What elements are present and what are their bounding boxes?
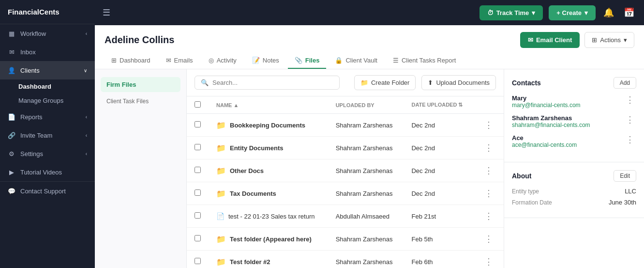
firm-files-item[interactable]: Firm Files [101, 77, 180, 92]
add-contact-button[interactable]: Add [614, 77, 636, 89]
file-name: 📁 Test folder #2 [216, 257, 320, 267]
row-checkbox-cell[interactable] [187, 159, 209, 182]
sidebar-sub-item-manage-groups[interactable]: Manage Groups [18, 94, 95, 108]
row-checkbox-cell[interactable] [187, 137, 209, 159]
sidebar-item-reports[interactable]: 📄 Reports ‹ [0, 108, 95, 126]
sidebar-item-clients[interactable]: 👤 Clients ∨ [0, 61, 95, 79]
row-uploaded-by-cell: Shahram Zarshenas [328, 114, 404, 137]
name-header[interactable]: NAME ▲ [209, 96, 328, 114]
table-row: 📄 test - 22 01-23 Sales tax return Abdul… [187, 205, 504, 228]
folder-icon: 📁 [216, 235, 226, 244]
contact-email[interactable]: ace@financial-cents.com [512, 142, 577, 148]
tab-activity-label: Activity [217, 57, 237, 64]
tab-client-tasks-report[interactable]: ☰ Client Tasks Report [386, 53, 463, 69]
tab-client-vault[interactable]: 🔒 Client Vault [328, 53, 384, 69]
email-client-label: Email Client [536, 36, 572, 44]
row-checkbox[interactable] [195, 144, 201, 150]
row-date-cell: Dec 2nd [404, 137, 474, 159]
sidebar-sub-item-dashboard[interactable]: Dashboard [18, 79, 95, 94]
sidebar-item-invite-team[interactable]: 🔗 Invite Team ‹ [0, 126, 95, 144]
actions-button[interactable]: ⊞ Actions ▾ [584, 32, 634, 48]
tab-activity[interactable]: ◎ Activity [202, 53, 243, 69]
upload-documents-button[interactable]: ⬆ Upload Documents [421, 75, 496, 90]
tab-files[interactable]: 📎 Files [288, 53, 327, 69]
activity-tab-icon: ◎ [209, 57, 214, 64]
folder-icon: 📁 [360, 79, 368, 86]
file-name: 📁 Entity Documents [216, 143, 320, 153]
tab-notes[interactable]: 📝 Notes [245, 53, 286, 69]
chevron-icon: ‹ [86, 133, 87, 138]
row-menu-button[interactable]: ⋮ [481, 255, 496, 268]
edit-about-button[interactable]: Edit [614, 170, 636, 182]
contact-menu-button[interactable]: ⋮ [624, 95, 636, 105]
row-checkbox[interactable] [195, 212, 201, 219]
row-checkbox-cell[interactable] [187, 205, 209, 228]
about-value: LLC [625, 188, 636, 195]
row-checkbox-cell[interactable] [187, 228, 209, 251]
row-menu-button[interactable]: ⋮ [481, 210, 496, 222]
row-checkbox[interactable] [195, 121, 201, 127]
clock-icon: ⏱ [487, 9, 494, 16]
row-menu-button[interactable]: ⋮ [481, 233, 496, 245]
upload-icon: ⬆ [428, 79, 433, 86]
sidebar-item-inbox[interactable]: ✉ Inbox [0, 43, 95, 61]
row-checkbox[interactable] [195, 189, 201, 196]
row-menu-button[interactable]: ⋮ [481, 187, 496, 200]
tab-emails[interactable]: ✉ Emails [159, 53, 200, 69]
contact-email[interactable]: shahram@financial-cents.com [512, 122, 590, 128]
calendar-icon[interactable]: 📅 [624, 7, 634, 18]
row-name-cell: 📁 Other Docs [209, 159, 328, 182]
chevron-icon: ‹ [86, 114, 87, 120]
contact-name: Shahram Zarshenas [512, 114, 590, 122]
sidebar-item-workflow[interactable]: ▦ Workflow ‹ [0, 24, 95, 43]
row-menu-button[interactable]: ⋮ [481, 164, 496, 177]
contact-email[interactable]: mary@financial-cents.com [512, 102, 581, 109]
sidebar-item-label: Tutorial Videos [20, 169, 62, 176]
select-all-header[interactable] [187, 96, 209, 114]
sidebar-item-settings[interactable]: ⚙ Settings ‹ [0, 144, 95, 163]
row-date-cell: Dec 2nd [404, 182, 474, 205]
client-task-files-item[interactable]: Client Task Files [101, 94, 180, 109]
row-checkbox-cell[interactable] [187, 251, 209, 268]
file-name: 📁 Tax Documents [216, 189, 320, 198]
row-checkbox[interactable] [195, 258, 201, 264]
create-chevron: ▾ [584, 9, 588, 16]
contact-menu-button[interactable]: ⋮ [624, 134, 636, 145]
row-checkbox[interactable] [195, 167, 201, 173]
chevron-icon: ∨ [84, 68, 87, 73]
workflow-icon: ▦ [8, 30, 15, 37]
search-input[interactable] [212, 79, 333, 86]
sidebar-item-label: Inbox [20, 48, 36, 56]
track-time-button[interactable]: ⏱ Track Time ▾ [479, 5, 543, 20]
row-menu-button[interactable]: ⋮ [481, 119, 496, 131]
tutorial-icon: ▶ [8, 168, 15, 176]
bell-icon[interactable]: 🔔 [603, 7, 614, 18]
sidebar-item-label: Invite Team [20, 132, 52, 139]
files-area: Firm Files Client Task Files 🔍 📁 Create … [95, 69, 644, 268]
create-folder-button[interactable]: 📁 Create Folder [354, 75, 416, 90]
hamburger-icon[interactable]: ☰ [103, 7, 110, 18]
tab-dashboard-label: Dashboard [120, 57, 150, 64]
row-checkbox[interactable] [195, 235, 201, 241]
date-uploaded-header[interactable]: DATE UPLOADED ⇅ [404, 96, 474, 114]
sidebar-item-tutorial-videos[interactable]: ▶ Tutorial Videos [0, 163, 95, 181]
uploaded-by-header[interactable]: UPLOADED BY [328, 96, 404, 114]
email-client-button[interactable]: ✉ Email Client [520, 32, 580, 48]
tab-dashboard[interactable]: ⊞ Dashboard [105, 53, 157, 69]
row-menu-cell: ⋮ [474, 205, 504, 228]
row-checkbox-cell[interactable] [187, 182, 209, 205]
sidebar-item-contact-support[interactable]: 💬 Contact Support [0, 181, 95, 200]
row-checkbox-cell[interactable] [187, 114, 209, 137]
create-button[interactable]: + Create ▾ [549, 5, 596, 20]
emails-tab-icon: ✉ [166, 57, 171, 64]
contact-info: Shahram Zarshenas shahram@financial-cent… [512, 114, 590, 128]
contact-menu-button[interactable]: ⋮ [624, 114, 636, 125]
track-time-label: Track Time [496, 9, 529, 16]
row-menu-button[interactable]: ⋮ [481, 142, 496, 154]
table-row: 📁 Entity Documents Shahram Zarshenas Dec… [187, 137, 504, 159]
table-row: 📁 Bookkeeping Documents Shahram Zarshena… [187, 114, 504, 137]
select-all-checkbox[interactable] [195, 101, 201, 108]
contact-info: Mary mary@financial-cents.com [512, 95, 581, 109]
row-menu-cell: ⋮ [474, 182, 504, 205]
right-panel: Contacts Add Mary mary@financial-cents.c… [504, 69, 644, 268]
